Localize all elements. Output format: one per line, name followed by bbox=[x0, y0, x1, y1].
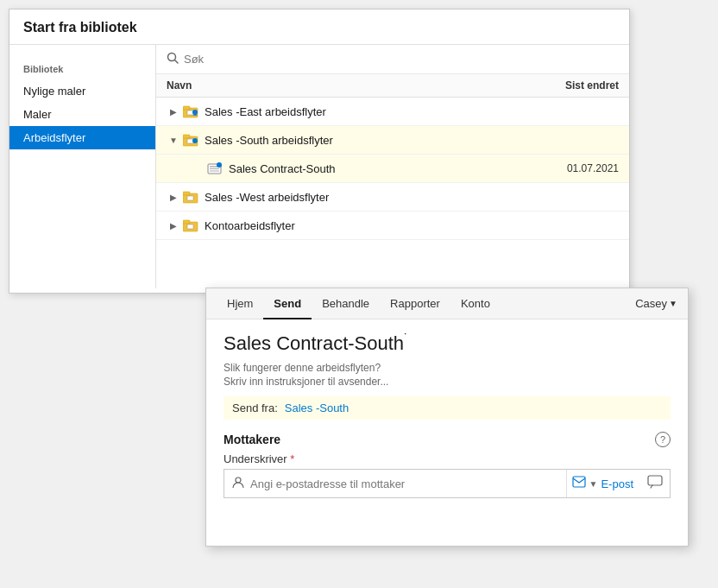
tab-konto[interactable]: Konto bbox=[450, 288, 501, 319]
row-name: Sales -South arbeidsflyter bbox=[205, 134, 532, 147]
search-input[interactable] bbox=[184, 53, 619, 66]
svg-point-10 bbox=[192, 138, 198, 143]
expand-icon[interactable]: ▶ bbox=[167, 190, 180, 204]
send-from-value: Sales -South bbox=[285, 401, 349, 414]
send-panel: Hjem Send Behandle Rapporter Konto Casey… bbox=[205, 288, 689, 547]
library-title: Start fra bibliotek bbox=[23, 20, 137, 35]
sidebar-item-maler[interactable]: Maler bbox=[9, 103, 155, 126]
svg-rect-23 bbox=[573, 477, 585, 487]
email-icon bbox=[572, 476, 586, 491]
table-body: ▶ 👤 Sales -East arbeidsflyter bbox=[156, 98, 629, 288]
required-star: * bbox=[290, 452, 294, 465]
recipients-header: Mottakere ? bbox=[224, 432, 671, 447]
svg-point-15 bbox=[217, 162, 222, 168]
row-icon bbox=[182, 217, 199, 234]
panel-subtitle-2: Skriv inn instruksjoner til avsender... bbox=[224, 376, 671, 388]
panel-subtitle-1: Slik fungerer denne arbeidsflyten? bbox=[224, 362, 671, 374]
svg-line-1 bbox=[175, 60, 179, 64]
row-name: Sales -East arbeidsflyter bbox=[205, 105, 532, 118]
svg-rect-18 bbox=[187, 196, 193, 200]
svg-point-22 bbox=[236, 477, 241, 483]
row-icon bbox=[182, 131, 199, 149]
expand-icon[interactable]: ▼ bbox=[167, 133, 180, 147]
sidebar: Bibliotek Nylige maler Maler Arbeidsflyt… bbox=[9, 45, 156, 288]
chat-icon[interactable] bbox=[647, 475, 663, 492]
row-name: Sales -West arbeidsflyter bbox=[205, 191, 532, 204]
table-row[interactable]: ▶ Sales -West arbeidsflyter bbox=[156, 183, 629, 212]
library-body: Bibliotek Nylige maler Maler Arbeidsflyt… bbox=[9, 45, 629, 288]
sidebar-item-arbeidsflyter[interactable]: Arbeidsflyter bbox=[9, 126, 155, 149]
tab-rapporter[interactable]: Rapporter bbox=[380, 288, 450, 319]
col-name-header: Navn bbox=[167, 79, 532, 92]
row-icon bbox=[182, 188, 199, 205]
email-type-label: E-post bbox=[601, 477, 633, 490]
svg-rect-9 bbox=[187, 139, 193, 143]
svg-rect-24 bbox=[648, 476, 662, 485]
email-input-row: ▼ E-post bbox=[224, 469, 671, 498]
user-menu[interactable]: Casey ▼ bbox=[635, 297, 677, 310]
help-icon[interactable]: ? bbox=[655, 432, 671, 447]
row-name: Sales Contract-South bbox=[229, 162, 532, 175]
chevron-down-icon: ▼ bbox=[669, 299, 677, 308]
panel-nav: Hjem Send Behandle Rapporter Konto Casey… bbox=[206, 288, 688, 319]
table-row[interactable]: Sales Contract-South 01.07.2021 bbox=[156, 155, 629, 183]
svg-rect-20 bbox=[183, 220, 190, 224]
email-type-button[interactable]: ▼ E-post bbox=[566, 470, 639, 497]
svg-rect-17 bbox=[183, 192, 190, 195]
sidebar-item-nylige-maler[interactable]: Nylige maler bbox=[9, 79, 155, 103]
library-window: Start fra bibliotek Bibliotek Nylige mal… bbox=[9, 9, 630, 294]
table-row[interactable]: ▶ Kontoarbeidsflyter bbox=[156, 212, 629, 240]
send-from-row: Send fra: Sales -South bbox=[224, 396, 671, 420]
sidebar-section: Bibliotek Nylige maler Maler Arbeidsflyt… bbox=[9, 52, 155, 153]
svg-rect-3 bbox=[183, 106, 190, 110]
signer-label: Underskriver * bbox=[224, 452, 671, 465]
tab-hjem[interactable]: Hjem bbox=[217, 288, 263, 319]
person-icon bbox=[231, 476, 245, 492]
row-icon: 👤 bbox=[182, 103, 199, 120]
library-header: Start fra bibliotek bbox=[9, 9, 629, 45]
panel-content: Sales Contract-South˙ Slik fungerer denn… bbox=[206, 319, 688, 546]
row-date: 01.07.2021 bbox=[532, 162, 619, 174]
table-row[interactable]: ▶ 👤 Sales -East arbeidsflyter bbox=[156, 98, 629, 126]
email-input[interactable] bbox=[250, 477, 561, 490]
search-icon bbox=[167, 52, 179, 66]
svg-rect-21 bbox=[187, 224, 193, 229]
chevron-down-icon: ▼ bbox=[589, 479, 598, 489]
recipients-title: Mottakere bbox=[224, 433, 655, 446]
row-icon bbox=[206, 160, 224, 177]
table-row[interactable]: ▼ Sales -South arbeidsflyter bbox=[156, 126, 629, 155]
table-header: Navn Sist endret bbox=[156, 74, 629, 98]
signer-row: Underskriver * bbox=[224, 452, 671, 498]
expand-icon[interactable]: ▶ bbox=[167, 218, 180, 232]
row-name: Kontoarbeidsflyter bbox=[205, 219, 532, 232]
col-date-header: Sist endret bbox=[532, 79, 619, 92]
tab-send[interactable]: Send bbox=[263, 288, 312, 319]
svg-rect-8 bbox=[183, 135, 190, 138]
search-bar bbox=[156, 45, 629, 74]
panel-title: Sales Contract-South˙ bbox=[224, 332, 671, 355]
content-area: Navn Sist endret ▶ 👤 bbox=[156, 45, 629, 288]
send-from-label: Send fra: bbox=[232, 401, 278, 414]
expand-icon[interactable]: ▶ bbox=[167, 104, 180, 118]
sidebar-section-label: Bibliotek bbox=[9, 55, 155, 79]
svg-text:👤: 👤 bbox=[192, 111, 198, 117]
tab-behandle[interactable]: Behandle bbox=[312, 288, 380, 319]
